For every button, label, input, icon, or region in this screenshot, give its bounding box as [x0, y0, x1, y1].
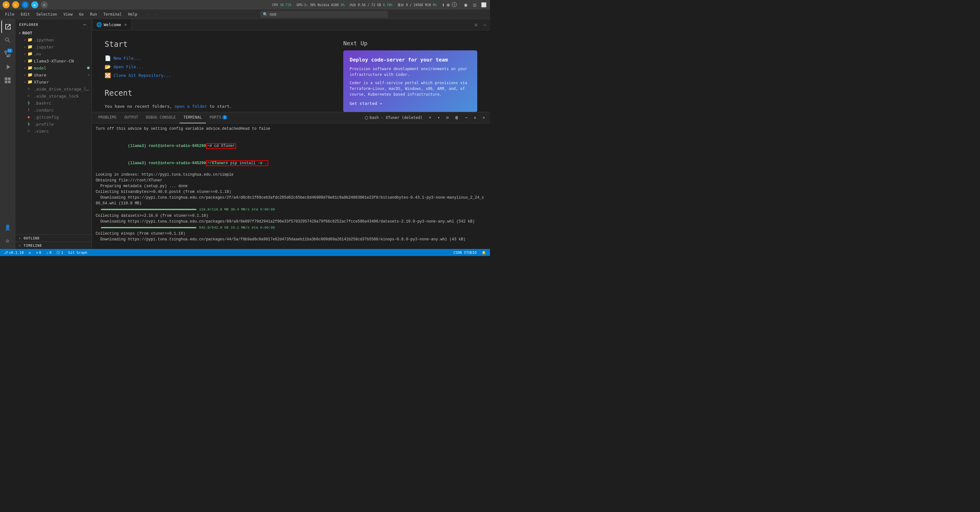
branch-icon: ⎇	[4, 250, 8, 255]
tab-ports[interactable]: PORTS 1	[206, 112, 231, 124]
card-p1: Provision software development environme…	[350, 66, 471, 78]
menu-file[interactable]: File	[3, 11, 17, 17]
new-file-link[interactable]: 📄 New File...	[105, 54, 324, 62]
git-branch-item[interactable]: ⎇ v0.1.18	[3, 249, 25, 256]
tree-item-xtuner[interactable]: › 📁 XTuner	[15, 78, 92, 86]
recent-text: You have no recent folders, open a folde…	[105, 104, 324, 109]
folder-icon: 📁	[27, 51, 33, 56]
tree-item-bashrc[interactable]: $ .bashrc	[15, 100, 92, 106]
more-tabs-icon[interactable]: ⋯	[481, 21, 489, 29]
terminal-panel: PROBLEMS OUTPUT DEBUG CONSOLE TERMINAL P…	[92, 112, 490, 249]
sidebar-header-actions: ⋯	[82, 22, 88, 27]
tree-item-condarc[interactable]: ! .condarc	[15, 106, 92, 114]
mem-stat: 内存 0.56 / 72 GB 0.78%	[350, 3, 392, 7]
split-terminal-button[interactable]: ⊡	[444, 115, 451, 120]
menu-run[interactable]: Run	[88, 11, 100, 17]
tree-item-aide-drive[interactable]: ≡ .aide_drive_storage_lock	[15, 86, 92, 92]
tab-debug-console[interactable]: DEBUG CONSOLE	[142, 112, 180, 124]
layout-toggle[interactable]: ▣	[462, 2, 469, 8]
tab-problems[interactable]: PROBLEMS	[94, 112, 121, 124]
info-item[interactable]: ⓘ 1	[55, 249, 64, 256]
new-file-action[interactable]: ⋯	[82, 22, 88, 27]
tree-item-aide-storage[interactable]: ≡ .aide_storage_lock	[15, 92, 92, 100]
sidebar-item-source-control[interactable]: 31	[1, 47, 14, 60]
tab-welcome[interactable]: 🌐 Welcome ×	[93, 19, 132, 30]
panel-toggle[interactable]: ⬜	[480, 2, 487, 8]
trash-terminal-button[interactable]: 🗑	[452, 115, 461, 120]
add-terminal-button[interactable]: +	[426, 115, 434, 120]
open-file-link[interactable]: 📂 Open File...	[105, 62, 324, 71]
menu-view[interactable]: View	[61, 11, 75, 17]
menu-go[interactable]: Go	[76, 11, 86, 17]
maximize-terminal-button[interactable]: ∧	[471, 115, 479, 120]
menu-help[interactable]: Help	[126, 11, 140, 17]
upload-icon[interactable]: ⬆	[442, 2, 445, 8]
open-file-icon: 📂	[105, 64, 111, 70]
close-terminal-button[interactable]: ×	[480, 115, 487, 120]
back-button[interactable]: ←	[144, 11, 151, 18]
tree-item-vimrc[interactable]: ≡ .vimrc	[15, 127, 92, 135]
branch-label: v0.1.18	[9, 250, 24, 255]
sidebar-item-debug[interactable]	[1, 60, 14, 73]
sidebar-item-explorer[interactable]	[1, 21, 14, 33]
git-graph-item[interactable]: Git Graph	[67, 249, 89, 256]
progress-bar-1	[101, 209, 197, 210]
sync-item[interactable]: ↻	[27, 249, 32, 256]
more-terminal-button[interactable]: ⋯	[463, 115, 470, 120]
tree-item-nv[interactable]: › 📁 .nv	[15, 51, 92, 57]
split-editor-icon[interactable]: ⊡	[472, 21, 480, 29]
tree-item-llama3[interactable]: › 📁 Llama3-XTuner-CN	[15, 57, 92, 64]
search-bar[interactable]: 🔍	[260, 11, 388, 18]
tree-item-model[interactable]: › 📁 model	[15, 64, 92, 71]
recent-section: Recent You have no recent folders, open …	[105, 89, 324, 109]
menu-edit[interactable]: Edit	[18, 11, 33, 17]
outline-header[interactable]: › OUTLINE	[15, 235, 92, 242]
sidebar-toggle[interactable]: ◫	[471, 2, 479, 8]
tab-close-welcome[interactable]: ×	[123, 22, 128, 27]
disk-value: 0%	[433, 3, 437, 7]
tree-item-share[interactable]: › 📁 share ✎	[15, 71, 92, 78]
next-up-card: Deploy code-server for your team Provisi…	[343, 51, 477, 112]
errors-item[interactable]: ✕ 0	[35, 249, 43, 256]
info-count: 1	[61, 250, 63, 255]
clone-repo-link[interactable]: 🔀 Clone Git Repository...	[105, 71, 324, 80]
modified-indicator	[87, 67, 90, 69]
progress-text-2: 542.0/542.0 kB 15.1 MB/s eta 0:00:00	[199, 225, 275, 230]
sidebar-item-search[interactable]	[1, 34, 14, 46]
share-icon[interactable]: ⊕	[447, 2, 450, 8]
clone-repo-label: Clone Git Repository...	[114, 73, 171, 78]
sidebar-item-extensions[interactable]	[1, 74, 14, 87]
search-input[interactable]	[270, 12, 385, 17]
term-line-bitsandbytes-dl: Downloading https://pypi.tuna.tsinghua.e…	[96, 195, 486, 206]
menu-terminal[interactable]: Terminal	[101, 11, 124, 17]
tree-item-profile[interactable]: $ .profile	[15, 120, 92, 127]
forward-button[interactable]: →	[152, 11, 160, 18]
open-folder-link[interactable]: open a folder	[175, 104, 207, 109]
nav-arrows: ← →	[144, 11, 160, 18]
timeline-header[interactable]: › TIMELINE	[15, 242, 92, 249]
tree-root[interactable]: ▾ ROOT	[15, 29, 92, 36]
tree-item-ipython[interactable]: › 📁 .ipython	[15, 36, 92, 43]
tab-bar: 🌐 Welcome × ⊡ ⋯	[92, 19, 490, 30]
menu-selection[interactable]: Selection	[34, 11, 60, 17]
tree-item-jupyter[interactable]: › 📁 .jupyter	[15, 43, 92, 51]
tree-label-llama3: Llama3-XTuner-CN	[34, 59, 90, 63]
tree-item-gitconfig[interactable]: ◆ .gitconfig	[15, 114, 92, 120]
warnings-item[interactable]: ⚠ 0	[45, 249, 52, 256]
folder-icon: 📁	[27, 79, 33, 84]
bell-icon: 🔔	[482, 250, 486, 255]
file-icon: $	[27, 100, 33, 106]
terminal-body: Turn off this advice by setting config v…	[92, 124, 490, 249]
tab-output[interactable]: OUTPUT	[121, 112, 142, 124]
terminal-chevron-down[interactable]: ▾	[435, 115, 442, 120]
gpu-label: GPU-1: 30% Nvidia A100 0%	[296, 3, 345, 7]
tab-terminal[interactable]: TERMINAL	[180, 112, 206, 124]
info-icon[interactable]: ⓘ	[452, 2, 457, 8]
notification-bell[interactable]: 🔔	[480, 249, 487, 256]
card-link[interactable]: Get started →	[350, 101, 471, 106]
sidebar-item-settings[interactable]: ⚙	[1, 234, 14, 247]
term-line-advice: Turn off this advice by setting config v…	[96, 126, 486, 132]
timeline-label: TIMELINE	[24, 244, 42, 248]
sidebar-item-account[interactable]: 👤	[1, 221, 14, 234]
chevron-right-icon: ›	[22, 58, 27, 63]
